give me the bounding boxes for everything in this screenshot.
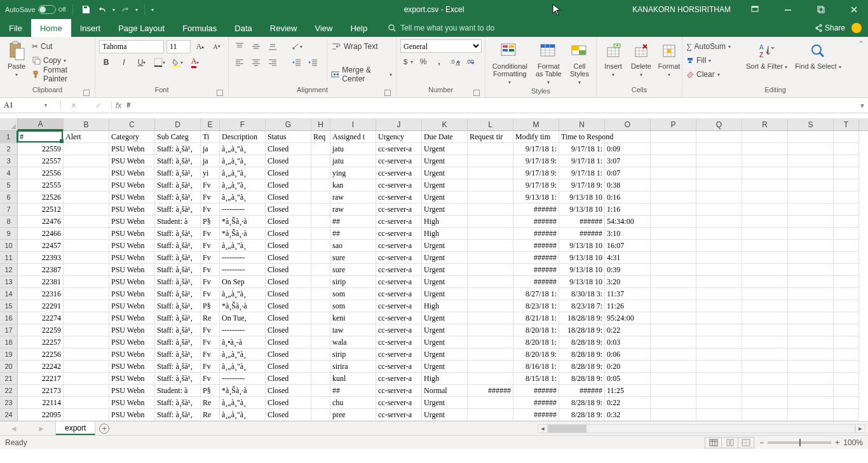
column-header[interactable]: A (18, 118, 64, 130)
cell[interactable] (788, 300, 834, 312)
cell[interactable]: 22557 (18, 155, 64, 167)
cell[interactable]: 0:16 (605, 191, 651, 204)
user-name[interactable]: KANAKORN HORSIRITHAM (632, 5, 731, 14)
cell[interactable]: 0:03 (605, 336, 651, 349)
align-top-icon[interactable] (233, 40, 247, 53)
autosave-toggle[interactable]: AutoSave Off (5, 5, 66, 14)
minimize-icon[interactable] (774, 0, 802, 19)
cell[interactable]: Closed (266, 204, 311, 216)
cell[interactable]: Fv (201, 276, 220, 288)
cell[interactable]: # (18, 131, 64, 143)
column-header[interactable]: L (468, 118, 513, 130)
cell[interactable]: sirira (330, 361, 376, 373)
cell[interactable] (742, 312, 788, 324)
clear-button[interactable]: Clear ▾ (686, 67, 741, 81)
cell[interactable]: cc-server-a (376, 167, 422, 179)
cell[interactable]: Urgent (422, 264, 468, 276)
cell[interactable]: ###### (513, 240, 559, 252)
cell[interactable]: ying (330, 167, 376, 179)
cell[interactable] (788, 240, 834, 252)
scroll-right-icon[interactable]: ► (855, 424, 865, 433)
cell[interactable] (696, 312, 742, 324)
row-header[interactable]: 6 (0, 191, 18, 204)
cell[interactable] (834, 397, 859, 409)
cell[interactable] (788, 167, 834, 179)
cell[interactable] (742, 336, 788, 349)
cell[interactable]: *à¸Šà¸·à (220, 300, 266, 312)
cell[interactable]: Closed (266, 397, 311, 409)
comma-icon[interactable]: , (432, 55, 446, 68)
column-header[interactable]: I (330, 118, 376, 130)
font-color-icon[interactable]: A▾ (188, 56, 202, 69)
cell[interactable]: 9/17/18 9: (513, 167, 559, 179)
column-header[interactable]: T (834, 118, 859, 130)
cell[interactable]: Closed (266, 167, 311, 179)
cell[interactable] (64, 312, 109, 324)
cell[interactable]: Normal (422, 385, 468, 397)
cell[interactable]: Urgent (422, 349, 468, 361)
cell[interactable]: Staff: à¸šà¹‚ (155, 397, 201, 409)
cell[interactable]: 22256 (18, 349, 64, 361)
cell[interactable] (742, 373, 788, 385)
cell[interactable]: 8/23/18 7: (559, 300, 605, 312)
zoom-out-button[interactable]: − (759, 438, 764, 447)
cell[interactable]: 22114 (18, 397, 64, 409)
row-header[interactable]: 5 (0, 179, 18, 191)
cell[interactable] (742, 179, 788, 191)
column-header[interactable]: C (109, 118, 155, 130)
cell[interactable]: On Sep (220, 276, 266, 288)
cell[interactable]: Closed (266, 252, 311, 264)
cell[interactable] (468, 264, 513, 276)
page-layout-view-icon[interactable] (721, 437, 738, 448)
cell[interactable]: 22476 (18, 216, 64, 228)
cell[interactable]: Fv (201, 336, 220, 349)
cell[interactable] (311, 397, 330, 409)
cell[interactable]: cc-server-a (376, 276, 422, 288)
cell[interactable] (651, 349, 696, 361)
cell[interactable]: cc-server-a (376, 361, 422, 373)
cell[interactable]: PSU Webn (109, 252, 155, 264)
cell[interactable] (834, 409, 859, 421)
cell[interactable]: 22512 (18, 204, 64, 216)
cell[interactable] (742, 300, 788, 312)
tab-home[interactable]: Home (31, 19, 71, 37)
cell[interactable] (742, 264, 788, 276)
wrap-text-button[interactable]: Wrap Text (331, 39, 392, 53)
cell[interactable] (834, 204, 859, 216)
cell[interactable]: PSU Webn (109, 300, 155, 312)
zoom-level[interactable]: 100% (843, 438, 863, 447)
cell[interactable] (696, 385, 742, 397)
cell[interactable]: Staff: à¸šà¹‚ (155, 288, 201, 300)
cell[interactable]: cc-server-a (376, 373, 422, 385)
select-all-button[interactable] (0, 118, 18, 130)
cell[interactable]: Urgency (376, 131, 422, 143)
cell[interactable] (834, 228, 859, 240)
cell[interactable]: Urgent (422, 409, 468, 421)
cell[interactable]: sirip (330, 276, 376, 288)
cell[interactable] (742, 288, 788, 300)
formula-input[interactable] (126, 100, 857, 110)
cell[interactable]: 22316 (18, 288, 64, 300)
cell[interactable] (64, 397, 109, 409)
maximize-icon[interactable] (807, 0, 835, 19)
format-as-table-button[interactable]: Format as Table ▾ (533, 39, 564, 87)
cell[interactable]: 54:34:00 (605, 216, 651, 228)
cell[interactable] (468, 409, 513, 421)
cell[interactable]: Request tir (468, 131, 513, 143)
format-painter-button[interactable]: Format Painter (32, 67, 91, 81)
cell[interactable]: 9/13/18 10 (559, 204, 605, 216)
cell[interactable] (696, 373, 742, 385)
cell[interactable] (834, 361, 859, 373)
cell[interactable] (834, 252, 859, 264)
cell[interactable] (788, 349, 834, 361)
cell[interactable]: 22217 (18, 373, 64, 385)
zoom-slider[interactable] (768, 441, 831, 444)
cell[interactable]: ## (330, 385, 376, 397)
cell[interactable] (311, 191, 330, 204)
cell[interactable]: 22259 (18, 324, 64, 336)
cell[interactable] (311, 300, 330, 312)
cell[interactable]: 22559 (18, 143, 64, 155)
cell[interactable] (651, 191, 696, 204)
cell[interactable]: Closed (266, 349, 311, 361)
cell[interactable]: 9/13/18 10 (559, 264, 605, 276)
